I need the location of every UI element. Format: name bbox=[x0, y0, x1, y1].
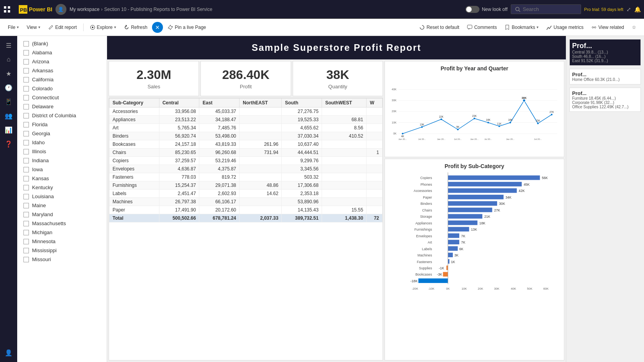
workspace-link[interactable]: My workspace bbox=[70, 7, 100, 12]
table-cell: 2,353.18 bbox=[282, 190, 322, 198]
table-cell: 33,956.08 bbox=[159, 108, 199, 116]
filter-label: Indiana bbox=[32, 158, 49, 163]
grid-icon[interactable] bbox=[3, 3, 16, 16]
filter-item[interactable]: Illinois bbox=[17, 147, 107, 156]
filter-item[interactable]: Delaware bbox=[17, 102, 107, 111]
filter-checkbox[interactable] bbox=[23, 176, 29, 181]
filter-checkbox[interactable] bbox=[23, 41, 29, 47]
filter-checkbox[interactable] bbox=[23, 140, 29, 145]
filter-checkbox[interactable] bbox=[23, 104, 29, 109]
filter-item[interactable]: Mississippi bbox=[17, 246, 107, 255]
new-look-toggle[interactable] bbox=[465, 6, 479, 13]
filter-checkbox[interactable] bbox=[23, 86, 29, 91]
filter-item[interactable]: Kansas bbox=[17, 174, 107, 183]
filter-item[interactable]: Colorado bbox=[17, 84, 107, 93]
filter-item[interactable]: California bbox=[17, 75, 107, 84]
filter-label: Maryland bbox=[32, 211, 53, 217]
table-cell: 778.03 bbox=[159, 173, 199, 181]
comments-button[interactable]: Comments bbox=[464, 23, 500, 32]
filter-checkbox[interactable] bbox=[23, 50, 29, 56]
filter-checkbox[interactable] bbox=[23, 239, 29, 244]
table-cell: Copiers bbox=[109, 157, 159, 165]
svg-rect-1 bbox=[8, 6, 10, 9]
filter-item[interactable]: Michigan bbox=[17, 228, 107, 237]
refresh-button[interactable]: Refresh bbox=[121, 23, 150, 32]
svg-text:45K: 45K bbox=[524, 183, 530, 186]
filter-checkbox[interactable] bbox=[23, 77, 29, 82]
filter-checkbox[interactable] bbox=[23, 95, 29, 100]
filter-item[interactable]: Kentucky bbox=[17, 183, 107, 192]
view-related-button[interactable]: View related bbox=[588, 23, 627, 32]
nav-apps-icon[interactable]: 📱 bbox=[2, 95, 15, 108]
filter-checkbox[interactable] bbox=[23, 221, 29, 226]
filter-checkbox[interactable] bbox=[23, 194, 29, 199]
table-cell: 53,498.00 bbox=[199, 132, 240, 140]
avatar[interactable]: 👤 bbox=[55, 4, 66, 15]
nav-home-icon[interactable]: ⌂ bbox=[2, 53, 15, 66]
nav-recent-icon[interactable]: 🕐 bbox=[2, 81, 15, 94]
table-cell bbox=[367, 108, 383, 116]
svg-text:56K: 56K bbox=[542, 176, 548, 180]
edit-report-button[interactable]: Edit report bbox=[45, 23, 80, 32]
filter-item[interactable]: Idaho bbox=[17, 138, 107, 147]
expand-icon[interactable]: ⤢ bbox=[626, 6, 631, 13]
filter-checkbox[interactable] bbox=[23, 59, 29, 65]
filter-item[interactable]: Florida bbox=[17, 120, 107, 129]
filter-item[interactable]: Alabama bbox=[17, 48, 107, 57]
usage-metrics-button[interactable]: Usage metrics bbox=[543, 23, 587, 32]
nav-favorites-icon[interactable]: ★ bbox=[2, 67, 15, 80]
nav-workspaces-icon[interactable]: 👤 bbox=[2, 346, 15, 359]
svg-text:22K: 22K bbox=[439, 115, 444, 118]
filter-label: Iowa bbox=[32, 167, 43, 172]
pin-live-page-button[interactable]: Pin a live Page bbox=[165, 23, 209, 32]
filter-checkbox[interactable] bbox=[23, 167, 29, 172]
filter-item[interactable]: Minnesota bbox=[17, 237, 107, 246]
bell-icon[interactable]: 🔔 bbox=[634, 6, 641, 13]
filter-item[interactable]: Iowa bbox=[17, 165, 107, 174]
filter-checkbox[interactable] bbox=[23, 185, 29, 190]
svg-point-6 bbox=[515, 7, 519, 11]
view-menu[interactable]: View ▾ bbox=[23, 23, 43, 32]
filter-item[interactable]: Connecticut bbox=[17, 93, 107, 102]
table-header: SouthWEST bbox=[322, 99, 367, 108]
filter-checkbox[interactable] bbox=[23, 149, 29, 154]
table-cell: 8.56 bbox=[322, 124, 367, 132]
filter-item[interactable]: Georgia bbox=[17, 129, 107, 138]
filter-checkbox[interactable] bbox=[23, 257, 29, 262]
filter-item[interactable]: Louisiana bbox=[17, 192, 107, 201]
filter-checkbox[interactable] bbox=[23, 131, 29, 136]
filter-item[interactable]: Arkansas bbox=[17, 66, 107, 75]
filter-checkbox[interactable] bbox=[23, 68, 29, 73]
table-cell: 27,276.75 bbox=[282, 108, 322, 116]
filter-item[interactable]: Massachusetts bbox=[17, 219, 107, 228]
filter-checkbox[interactable] bbox=[23, 113, 29, 118]
filter-item[interactable]: Missouri bbox=[17, 255, 107, 264]
svg-rect-67 bbox=[448, 201, 497, 206]
filter-checkbox[interactable] bbox=[23, 212, 29, 217]
filter-item[interactable]: District of Columbia bbox=[17, 111, 107, 120]
nav-shared-icon[interactable]: 👥 bbox=[2, 109, 15, 122]
filter-item[interactable]: (Blank) bbox=[17, 39, 107, 48]
svg-text:15K: 15K bbox=[536, 119, 540, 122]
explore-button[interactable]: Explore ▾ bbox=[87, 23, 120, 32]
filter-item[interactable]: Indiana bbox=[17, 156, 107, 165]
nav-menu-icon[interactable]: ☰ bbox=[2, 39, 15, 52]
filter-item[interactable]: Maine bbox=[17, 201, 107, 210]
bookmarks-button[interactable]: Bookmarks ▾ bbox=[501, 23, 542, 32]
file-menu[interactable]: File ▾ bbox=[5, 23, 22, 32]
filter-item[interactable]: Maryland bbox=[17, 210, 107, 219]
search-box[interactable] bbox=[511, 4, 581, 14]
filter-checkbox[interactable] bbox=[23, 122, 29, 127]
filter-checkbox[interactable] bbox=[23, 158, 29, 163]
table-total-cell: 72 bbox=[367, 214, 383, 222]
nav-metrics-icon[interactable]: 📊 bbox=[2, 124, 15, 136]
search-input[interactable] bbox=[523, 6, 570, 12]
close-refresh-button[interactable]: ✕ bbox=[152, 22, 163, 33]
filter-checkbox[interactable] bbox=[23, 203, 29, 208]
star-favorite-button[interactable]: ☆ bbox=[629, 23, 639, 32]
reset-button[interactable]: Reset to default bbox=[416, 23, 462, 32]
filter-checkbox[interactable] bbox=[23, 230, 29, 235]
filter-item[interactable]: Arizona bbox=[17, 57, 107, 66]
nav-learn-icon[interactable]: ❓ bbox=[2, 138, 15, 150]
filter-checkbox[interactable] bbox=[23, 248, 29, 253]
